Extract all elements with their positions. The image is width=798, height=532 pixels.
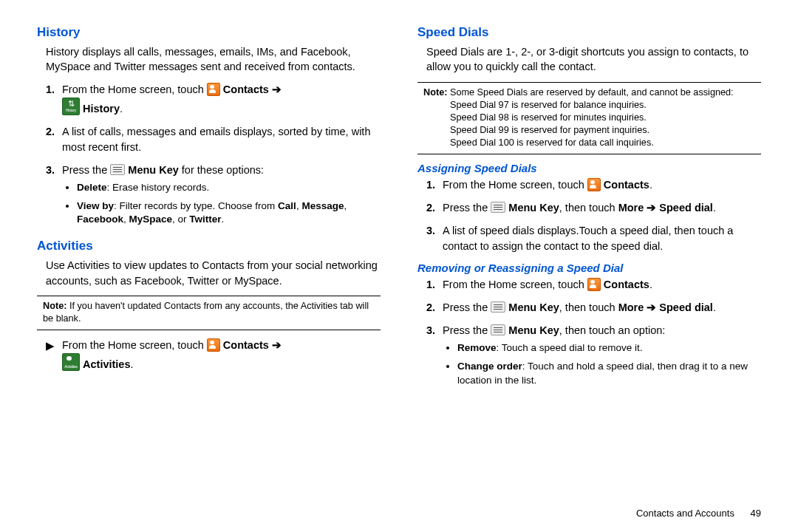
contacts-icon: [587, 178, 601, 191]
contacts-icon: [207, 83, 220, 96]
activities-icon: Activities: [62, 353, 80, 371]
option-remove: Remove: Touch a speed dial to remove it.: [457, 341, 761, 355]
history-step-3: 3. Press the Menu Key for these options:…: [46, 163, 381, 232]
left-column: History History displays all calls, mess…: [37, 25, 381, 532]
assign-steps: 1. From the Home screen, touch Contacts.…: [417, 177, 761, 254]
menu-key-icon: [491, 324, 505, 335]
contacts-icon: [207, 338, 220, 352]
speeddials-note: Note: Some Speed Dials are reserved by d…: [417, 82, 761, 155]
remove-step-1: 1. From the Home screen, touch Contacts.: [426, 277, 761, 293]
history-steps: 1. From the Home screen, touch Contacts …: [37, 82, 381, 232]
page-number: 49: [751, 508, 761, 519]
assign-heading: Assigning Speed Dials: [417, 162, 761, 174]
option-viewby: View by: Filter records by type. Choose …: [77, 200, 381, 228]
activities-note: Note: If you haven't updated Contacts fr…: [37, 296, 381, 330]
history-intro: History displays all calls, messages, em…: [46, 44, 381, 75]
page-footer: Contacts and Accounts 49: [636, 508, 761, 519]
remove-steps: 1. From the Home screen, touch Contacts.…: [417, 277, 761, 392]
step-number: 1.: [46, 82, 62, 117]
manual-page: History History displays all calls, mess…: [0, 0, 798, 532]
step-number: 2.: [46, 124, 62, 155]
speeddials-intro: Speed Dials are 1-, 2-, or 3-digit short…: [426, 44, 761, 75]
assign-step-1: 1. From the Home screen, touch Contacts.: [426, 177, 761, 193]
remove-options: Remove: Touch a speed dial to remove it.…: [443, 341, 761, 388]
right-column: Speed Dials Speed Dials are 1-, 2-, or 3…: [417, 25, 761, 532]
step-number: 3.: [46, 163, 62, 232]
activities-heading: Activities: [37, 239, 381, 253]
history-step-2: 2. A list of calls, messages and emails …: [46, 124, 381, 155]
assign-step-3: 3. A list of speed dials displays.Touch …: [426, 223, 761, 254]
section-name: Contacts and Accounts: [636, 508, 734, 519]
remove-step-2: 2. Press the Menu Key, then touch More ➔…: [426, 300, 761, 316]
history-step-1: 1. From the Home screen, touch Contacts …: [46, 82, 381, 117]
option-change-order: Change order: Touch and hold a speed dia…: [457, 360, 761, 388]
activities-step: ▶ From the Home screen, touch Contacts ➔…: [37, 338, 381, 372]
menu-key-icon: [491, 202, 505, 213]
contacts-icon: [587, 278, 601, 291]
assign-step-2: 2. Press the Menu Key, then touch More ➔…: [426, 200, 761, 216]
history-heading: History: [37, 25, 381, 40]
history-icon: History: [62, 98, 80, 115]
triangle-bullet-icon: ▶: [46, 338, 62, 372]
option-delete: Delete: Erase history records.: [77, 181, 381, 195]
speeddials-heading: Speed Dials: [417, 25, 761, 40]
menu-key-icon: [110, 164, 125, 175]
history-options: Delete: Erase history records. View by: …: [62, 181, 381, 228]
remove-heading: Removing or Reassigning a Speed Dial: [417, 262, 761, 274]
activities-intro: Use Activities to view updates to Contac…: [46, 258, 381, 288]
remove-step-3: 3. Press the Menu Key, then touch an opt…: [426, 323, 761, 392]
menu-key-icon: [491, 301, 505, 313]
